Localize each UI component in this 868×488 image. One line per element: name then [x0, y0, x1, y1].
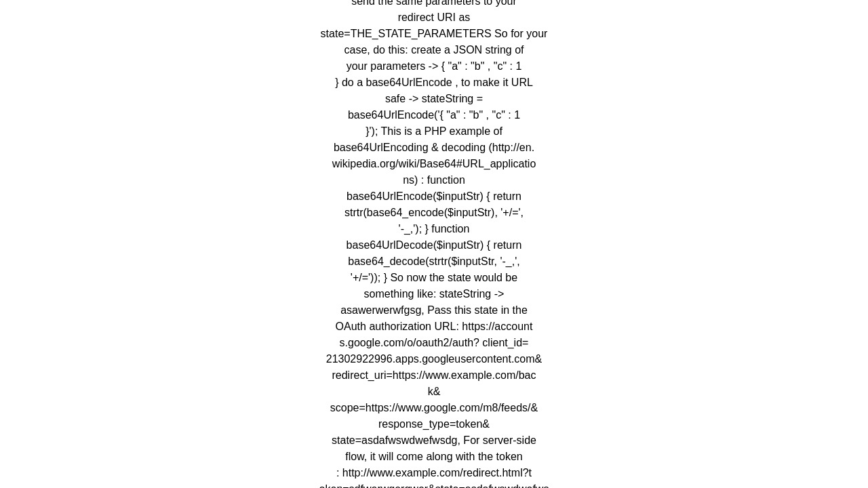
- text-line: base64_decode(strtr($inputStr, '-_,',: [319, 253, 549, 270]
- text-line: send the same parameters to your: [319, 0, 549, 9]
- text-line: base64UrlDecode($inputStr) { return: [319, 237, 549, 253]
- main-content: send the same parameters to yourredirect…: [0, 0, 868, 488]
- text-line: flow, it will come along with the token: [319, 449, 549, 465]
- text-line: case, do this: create a JSON string of: [319, 42, 549, 58]
- text-line: '+/=')); } So now the state would be: [319, 270, 549, 286]
- text-block: send the same parameters to yourredirect…: [306, 0, 563, 488]
- text-line: : http://www.example.com/redirect.html?t: [319, 465, 549, 481]
- text-line: state=THE_STATE_PARAMETERS So for your: [319, 26, 549, 42]
- text-line: ns) : function: [319, 172, 549, 188]
- text-line: safe -> stateString =: [319, 91, 549, 107]
- text-line: your parameters -> { "a" : "b" , "c" : 1: [319, 58, 549, 75]
- text-line: }'); This is a PHP example of: [319, 123, 549, 140]
- text-line: something like: stateString ->: [319, 286, 549, 302]
- text-line: 21302922996.apps.googleusercontent.com&: [319, 351, 549, 367]
- text-line: scope=https://www.google.com/m8/feeds/&: [319, 400, 549, 416]
- text-line: base64UrlEncode($inputStr) { return: [319, 188, 549, 205]
- text-line: '-_,'); } function: [319, 221, 549, 237]
- text-line: redirect_uri=https://www.example.com/bac: [319, 367, 549, 384]
- text-line: state=asdafwswdwefwsdg, For server-side: [319, 432, 549, 449]
- text-line: k&: [319, 384, 549, 400]
- text-line: s.google.com/o/oauth2/auth? client_id=: [319, 335, 549, 351]
- text-line: response_type=token&: [319, 416, 549, 432]
- text-line: redirect URI as: [319, 9, 549, 26]
- text-line: base64UrlEncoding & decoding (http://en.: [319, 140, 549, 156]
- text-line: } do a base64UrlEncode , to make it URL: [319, 75, 549, 91]
- text-line: oken=sdfwerwqerqwer&state=asdafwswdwefws: [319, 481, 549, 488]
- text-line: wikipedia.org/wiki/Base64#URL_applicatio: [319, 156, 549, 172]
- text-line: strtr(base64_encode($inputStr), '+/=',: [319, 205, 549, 221]
- text-line: base64UrlEncode('{ "a" : "b" , "c" : 1: [319, 107, 549, 123]
- text-line: asawerwerwfgsg, Pass this state in the: [319, 302, 549, 319]
- text-line: OAuth authorization URL: https://account: [319, 319, 549, 335]
